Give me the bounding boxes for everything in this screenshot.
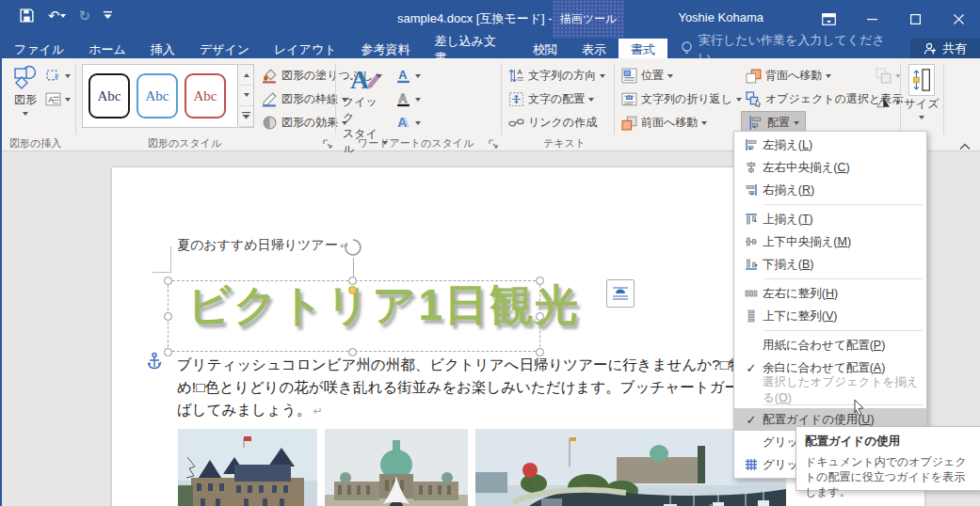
user-account[interactable]: Yoshie Kohama <box>678 10 763 24</box>
gallery-scroll-strip <box>239 64 254 128</box>
edit-shape-button[interactable] <box>45 66 71 85</box>
rotate-handle-icon[interactable] <box>343 237 363 258</box>
size-button[interactable]: サイズ <box>904 64 940 122</box>
bring-forward-button[interactable]: 前面へ移動 <box>621 113 707 132</box>
photo-empress-hotel[interactable] <box>178 429 317 506</box>
tooltip-use-alignment-guides: 配置ガイドの使用 ドキュメント内でのオブジェクトの配置に役立つガイドを表示します… <box>795 426 980 491</box>
shape-style-1[interactable]: Abc <box>88 73 130 119</box>
align-text-icon <box>508 91 524 107</box>
send-backward-button[interactable]: 背面へ移動 <box>746 66 831 85</box>
gallery-scroll-up-button[interactable] <box>239 65 253 86</box>
create-link-label: リンクの作成 <box>528 115 597 131</box>
tab-design[interactable]: デザイン <box>187 39 262 58</box>
save-icon <box>19 8 35 24</box>
tab-insert[interactable]: 挿入 <box>138 39 187 58</box>
wrap-text-button[interactable]: 文字列の折り返し <box>621 89 742 108</box>
bring-forward-dropdown-arrow-icon <box>701 121 707 128</box>
tell-me-box[interactable]: 実行したい作業を入力してください <box>667 39 910 58</box>
save-button[interactable] <box>19 8 35 24</box>
selection-handle-top-right[interactable] <box>536 277 544 285</box>
position-label: 位置 <box>641 68 664 84</box>
gallery-more-button[interactable] <box>239 106 253 127</box>
shape-effects-icon <box>262 115 278 131</box>
tab-file[interactable]: ファイル <box>2 39 76 58</box>
align-text-dropdown-arrow-icon <box>588 98 594 104</box>
text-effects-button[interactable]: AA <box>395 113 421 132</box>
shape-fill-icon <box>262 68 278 84</box>
margin-crop-mark <box>153 246 171 273</box>
menu-item-align-bottom[interactable]: 下揃え(B) <box>734 253 926 276</box>
shape-styles-dialog-launcher[interactable] <box>322 138 333 150</box>
heading-text: 夏のおすすめ日帰りツアー <box>177 237 338 252</box>
selection-pane-icon <box>746 91 762 107</box>
draw-textbox-button[interactable]: A <box>45 89 71 108</box>
menu-item-align-top[interactable]: 上揃え(T) <box>734 208 926 230</box>
rotate-objects-button[interactable] <box>876 92 901 111</box>
menu-item-align-middle[interactable]: 上下中央揃え(M) <box>734 230 926 253</box>
align-objects-button[interactable]: 配置 <box>742 112 805 133</box>
tab-view[interactable]: 表示 <box>570 39 619 58</box>
align-objects-icon <box>747 115 763 131</box>
menu-item-distribute-horizontally[interactable]: 左右に整列(H) <box>734 282 926 305</box>
body-paragraph[interactable]: ブリティッシュコロンビア州の州都、ビクトリアへ日帰りツアーに行きませんか?□特に… <box>177 354 784 422</box>
text-effects-icon: AA <box>395 115 411 131</box>
align-text-button[interactable]: 文字の配置 <box>508 89 594 108</box>
paragraph-line-2: め!□色とりどりの花が咲き乱れる街並みをお楽しみいただけます。ブッチャートガーデ… <box>177 376 784 399</box>
svg-text:A: A <box>518 68 522 76</box>
menu-item-distribute-vertically[interactable]: 上下に整列(V) <box>734 305 926 327</box>
text-direction-dropdown-arrow-icon <box>600 74 605 81</box>
close-button[interactable] <box>937 0 980 39</box>
shape-style-3[interactable]: Abc <box>185 73 226 119</box>
tab-references[interactable]: 参考資料 <box>349 39 423 58</box>
selection-handle-middle-right[interactable] <box>536 312 544 321</box>
svg-text:A: A <box>350 65 370 94</box>
maximize-button[interactable] <box>893 0 937 39</box>
shape-effects-label: 図形の効果 <box>281 115 338 131</box>
menu-item-align-center[interactable]: 左右中央揃え(C) <box>734 156 926 179</box>
text-fill-icon: A <box>395 68 411 84</box>
undo-button[interactable]: ↶ <box>48 8 66 23</box>
tab-review[interactable]: 校閲 <box>521 39 570 58</box>
anchor-icon <box>146 352 163 371</box>
shape-style-2[interactable]: Abc <box>137 73 178 119</box>
layout-options-button[interactable] <box>606 279 635 308</box>
selection-handle-top-left[interactable] <box>164 277 172 285</box>
document-heading[interactable]: 夏のおすすめ日帰りツアー↵ <box>177 237 349 254</box>
selection-handle-middle-left[interactable] <box>164 312 172 321</box>
tab-home[interactable]: ホーム <box>76 39 138 58</box>
insert-shapes-button[interactable]: 図形 <box>9 64 41 119</box>
tab-format-active[interactable]: 書式 <box>619 39 667 58</box>
selection-handle-top-center[interactable] <box>348 277 357 285</box>
menu-separator <box>764 330 923 331</box>
text-direction-button[interactable]: A 文字列の方向 <box>508 66 605 85</box>
paragraph-line-1: ブリティッシュコロンビア州の州都、ビクトリアへ日帰りツアーに行きませんか?□特に… <box>177 354 784 376</box>
size-dropdown-arrow-icon <box>919 116 924 122</box>
ribbon-tab-row: ファイル ホーム 挿入 デザイン レイアウト 参考資料 差し込み文書 校閲 表示… <box>2 39 980 58</box>
photo-parliament-building[interactable] <box>325 429 468 506</box>
redo-button[interactable]: ↻ <box>79 8 91 23</box>
svg-text:A: A <box>398 91 407 105</box>
tab-layout[interactable]: レイアウト <box>262 39 349 58</box>
create-link-button[interactable]: リンクの作成 <box>508 113 597 132</box>
group-label-text: テキスト <box>543 136 586 150</box>
menu-item-align-right[interactable]: 右揃え(R) <box>734 179 926 201</box>
selection-handle-bottom-left[interactable] <box>164 348 172 356</box>
wordart-styles-dialog-launcher[interactable] <box>488 138 499 150</box>
shape-outline-icon <box>262 91 278 107</box>
group-objects-button[interactable] <box>876 66 901 85</box>
position-button[interactable]: 位置 <box>621 66 673 85</box>
group-label-wordart-styles: ワードアートのスタイル <box>358 136 474 150</box>
tab-mailings[interactable]: 差し込み文書 <box>422 39 521 58</box>
undo-dropdown-arrow-icon[interactable] <box>60 14 66 21</box>
share-button[interactable]: 共有 <box>910 39 980 58</box>
gallery-scroll-down-button[interactable] <box>239 86 253 106</box>
text-outline-button[interactable]: A <box>395 89 421 108</box>
svg-text:A: A <box>398 68 407 82</box>
text-fill-button[interactable]: A <box>395 66 421 85</box>
customize-qat-button[interactable] <box>104 11 112 20</box>
menu-item-align-to-page[interactable]: 用紙に合わせて配置(P) <box>734 334 926 356</box>
menu-item-align-left[interactable]: 左揃え(L) <box>734 134 926 156</box>
close-icon <box>954 14 964 24</box>
adjust-handle[interactable] <box>348 286 357 294</box>
share-label: 共有 <box>942 40 967 57</box>
